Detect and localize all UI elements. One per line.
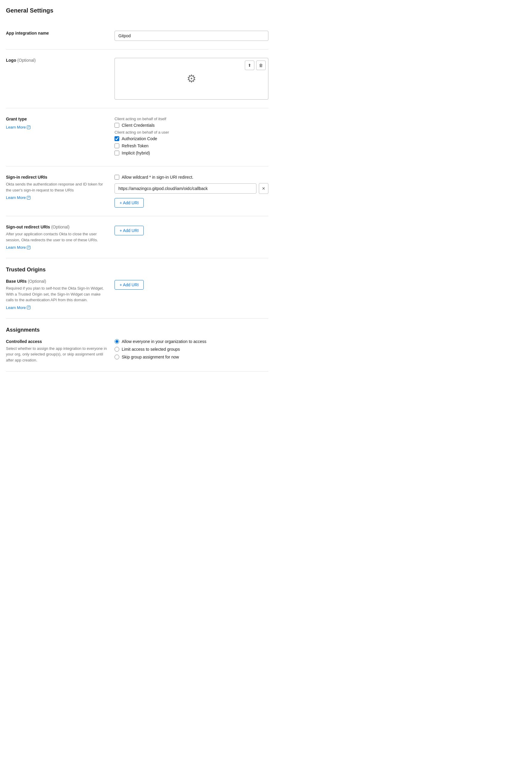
client-credentials-label[interactable]: Client Credentials	[122, 123, 155, 128]
logo-optional: (Optional)	[17, 58, 36, 63]
sign-out-redirect-label: Sign-out redirect URIs (Optional)	[6, 225, 107, 229]
sign-in-redirect-description: Okta sends the authentication response a…	[6, 181, 107, 193]
refresh-token-checkbox[interactable]	[115, 143, 119, 148]
sign-in-redirect-learn-more[interactable]: Learn More	[6, 195, 31, 200]
sign-in-add-uri-button[interactable]: + Add URI	[115, 198, 144, 207]
authorization-code-checkbox[interactable]	[115, 136, 119, 141]
logo-upload-button[interactable]: ⬆	[245, 61, 254, 70]
limit-groups-radio[interactable]	[115, 347, 119, 352]
grant-group-1-label: Client acting on behalf of itself	[115, 117, 269, 121]
grant-type-label: Grant type	[6, 117, 107, 121]
base-uris-add-uri-button[interactable]: + Add URI	[115, 280, 144, 290]
logo-delete-button[interactable]: 🗑	[256, 61, 266, 70]
refresh-token-label[interactable]: Refresh Token	[122, 143, 149, 148]
sign-out-redirect-description: After your application contacts Okta to …	[6, 231, 107, 243]
logo-upload-area: ⬆ 🗑 ⚙	[115, 58, 269, 100]
sign-out-redirect-learn-more[interactable]: Learn More	[6, 245, 31, 250]
limit-groups-label[interactable]: Limit access to selected groups	[122, 347, 180, 352]
allow-everyone-label[interactable]: Allow everyone in your organization to a…	[122, 339, 206, 344]
sign-out-add-uri-button[interactable]: + Add URI	[115, 226, 144, 235]
learn-more-icon	[27, 126, 31, 129]
base-uris-learn-more[interactable]: Learn More	[6, 305, 31, 310]
sign-out-optional: (Optional)	[51, 225, 69, 229]
base-uris-description: Required if you plan to self-host the Ok…	[6, 285, 107, 303]
assignments-section-header: Assignments	[6, 327, 269, 333]
skip-assignment-label[interactable]: Skip group assignment for now	[122, 355, 179, 359]
trusted-origins-section-header: Trusted Origins	[6, 266, 269, 273]
wildcard-label[interactable]: Allow wildcard * in sign-in URI redirect…	[122, 175, 193, 180]
app-integration-name-label: App integration name	[6, 31, 107, 36]
skip-assignment-radio[interactable]	[115, 355, 119, 359]
wildcard-checkbox[interactable]	[115, 175, 119, 180]
sign-in-uri-input[interactable]: https://amazingco.gitpod.cloud/iam/oidc/…	[115, 183, 256, 193]
sign-in-uri-remove-button[interactable]: ✕	[259, 183, 269, 194]
page-title: General Settings	[6, 7, 269, 14]
logo-placeholder-icon: ⚙	[187, 72, 196, 85]
controlled-access-label: Controlled access	[6, 339, 107, 344]
controlled-access-description: Select whether to assign the app integra…	[6, 346, 107, 363]
implicit-hybrid-label[interactable]: Implicit (hybrid)	[122, 151, 150, 156]
grant-group-2-label: Client acting on behalf of a user	[115, 130, 269, 134]
implicit-hybrid-checkbox[interactable]	[115, 151, 119, 156]
logo-label: Logo (Optional)	[6, 58, 107, 63]
sign-in-learn-more-icon	[27, 196, 31, 199]
client-credentials-checkbox[interactable]	[115, 123, 119, 128]
app-integration-name-input[interactable]: Gitpod	[115, 31, 269, 41]
base-uris-learn-more-icon	[27, 306, 31, 309]
allow-everyone-radio[interactable]	[115, 339, 119, 344]
authorization-code-label[interactable]: Authorization Code	[122, 136, 157, 141]
base-uris-optional: (Optional)	[28, 279, 46, 284]
sign-in-redirect-label: Sign-in redirect URIs	[6, 175, 107, 180]
grant-type-learn-more[interactable]: Learn More	[6, 125, 31, 129]
sign-out-learn-more-icon	[27, 246, 31, 249]
base-uris-label: Base URIs (Optional)	[6, 279, 107, 284]
